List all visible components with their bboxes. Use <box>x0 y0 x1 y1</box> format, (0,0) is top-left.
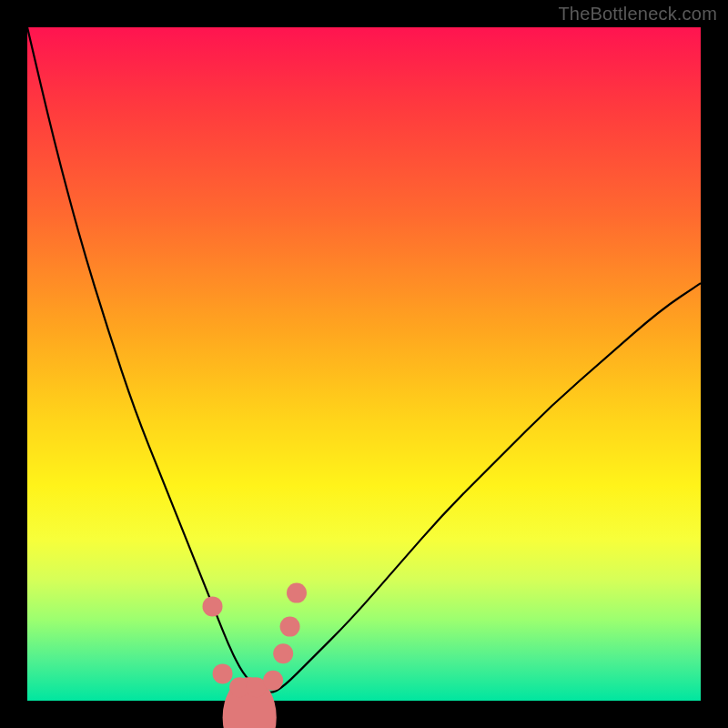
plot-area <box>27 27 701 701</box>
curve-svg <box>27 27 701 701</box>
chart-frame: TheBottleneck.com <box>0 0 728 728</box>
data-marker <box>213 663 233 683</box>
markers-group <box>203 583 308 728</box>
watermark-text: TheBottleneck.com <box>558 4 717 25</box>
data-marker <box>287 583 307 603</box>
data-marker <box>263 671 283 691</box>
bottleneck-curve <box>27 27 701 693</box>
data-marker <box>280 617 300 637</box>
data-marker <box>203 596 223 616</box>
data-marker <box>273 643 293 663</box>
